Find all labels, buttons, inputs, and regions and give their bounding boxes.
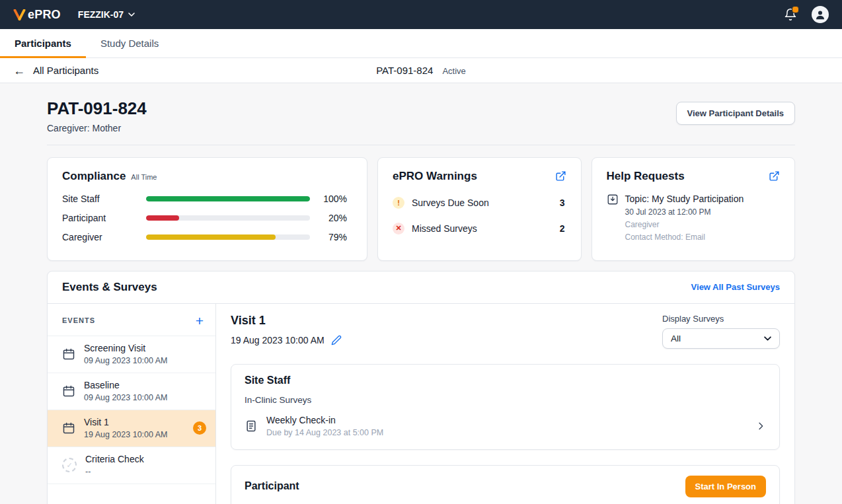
warnings-open-button[interactable] bbox=[555, 170, 566, 182]
study-selector[interactable]: FEZZIK-07 bbox=[78, 9, 135, 20]
error-icon: ✕ bbox=[393, 223, 404, 234]
progress-bar-participant bbox=[146, 215, 310, 221]
add-event-button[interactable]: + bbox=[196, 314, 204, 328]
back-button[interactable]: ← All Participants bbox=[13, 65, 98, 77]
help-request-item[interactable]: Topic: My Study Participation 30 Jul 202… bbox=[607, 194, 781, 242]
pencil-icon bbox=[331, 335, 342, 345]
help-request-texts: Topic: My Study Participation 30 Jul 202… bbox=[625, 194, 744, 242]
topic-icon bbox=[607, 194, 619, 205]
events-surveys-title: Events & Surveys bbox=[62, 281, 157, 294]
event-detail-header: Visit 1 19 Aug 2023 10:00 AM Display Sur… bbox=[231, 314, 780, 349]
page-header: PAT-091-824 Caregiver: Mother View Parti… bbox=[47, 99, 795, 133]
main-content: PAT-091-824 Caregiver: Mother View Parti… bbox=[0, 83, 842, 504]
warning-count: 2 bbox=[560, 223, 566, 234]
event-detail-panel: Visit 1 19 Aug 2023 10:00 AM Display Sur… bbox=[216, 304, 794, 504]
warning-item-due-soon: ! Surveys Due Soon 3 bbox=[393, 197, 566, 209]
tab-bar: Participants Study Details bbox=[0, 29, 842, 58]
compliance-period: All Time bbox=[131, 173, 157, 181]
calendar-icon bbox=[62, 384, 75, 398]
edit-event-button[interactable] bbox=[331, 335, 342, 345]
view-participant-details-button[interactable]: View Participant Details bbox=[676, 102, 795, 125]
event-detail-title: Visit 1 bbox=[231, 314, 342, 328]
progress-fill bbox=[146, 234, 276, 240]
help-requests-card: Help Requests Topic: My Study Participat… bbox=[592, 157, 796, 261]
help-timestamp: 30 Jul 2023 at 12:00 PM bbox=[625, 207, 744, 217]
event-detail-date-row: 19 Aug 2023 10:00 AM bbox=[231, 335, 342, 345]
event-detail-titles: Visit 1 19 Aug 2023 10:00 AM bbox=[231, 314, 342, 345]
compliance-row-value: 20% bbox=[310, 213, 347, 223]
event-datetime: 19 Aug 2023 10:00 AM bbox=[84, 430, 168, 439]
back-label: All Participants bbox=[33, 65, 98, 76]
warning-label: Surveys Due Soon bbox=[412, 198, 553, 208]
chevron-down-icon bbox=[764, 336, 771, 341]
events-list: EVENTS + Screening Visit 09 Aug 2023 10:… bbox=[48, 304, 216, 504]
survey-due: Due by 14 Aug 2023 at 5:00 PM bbox=[266, 428, 383, 437]
events-surveys-header: Events & Surveys View All Past Surveys bbox=[48, 271, 794, 304]
breadcrumb-bar: ← All Participants PAT-091-824 Active bbox=[0, 58, 842, 83]
event-name: Baseline bbox=[84, 380, 168, 390]
event-texts: Screening Visit 09 Aug 2023 10:00 AM bbox=[84, 343, 168, 365]
event-item-visit-1[interactable]: Visit 1 19 Aug 2023 10:00 AM 3 bbox=[48, 410, 215, 447]
header-divider bbox=[47, 145, 795, 145]
breadcrumb-participant: PAT-091-824 Active bbox=[376, 65, 466, 76]
compliance-row-label: Site Staff bbox=[62, 194, 146, 204]
event-texts: Visit 1 19 Aug 2023 10:00 AM bbox=[84, 417, 168, 439]
study-name: FEZZIK-07 bbox=[78, 9, 124, 20]
participant-id: PAT-091-824 bbox=[376, 65, 433, 76]
view-all-past-surveys-link[interactable]: View All Past Surveys bbox=[691, 282, 780, 292]
participant-title: Participant bbox=[245, 480, 299, 492]
start-in-person-button[interactable]: Start In Person bbox=[685, 476, 766, 497]
notifications-button[interactable] bbox=[784, 8, 797, 21]
site-staff-title: Site Staff bbox=[245, 375, 766, 386]
calendar-icon bbox=[62, 421, 75, 435]
event-texts: Criteria Check -- bbox=[85, 454, 144, 476]
check-circle-icon: ✓ bbox=[62, 458, 77, 472]
progress-bar-site-staff bbox=[146, 196, 310, 201]
compliance-row-site-staff: Site Staff 100% bbox=[62, 194, 347, 204]
logo-v-icon bbox=[13, 9, 26, 20]
events-surveys-body: EVENTS + Screening Visit 09 Aug 2023 10:… bbox=[48, 304, 794, 504]
progress-fill bbox=[146, 196, 310, 201]
event-item-baseline[interactable]: Baseline 09 Aug 2023 10:00 AM bbox=[48, 373, 215, 410]
back-arrow-icon: ← bbox=[13, 65, 25, 77]
compliance-title: Compliance bbox=[62, 170, 126, 183]
warnings-title-row: ePRO Warnings bbox=[393, 170, 566, 183]
epro-warnings-card: ePRO Warnings ! Surveys Due Soon 3 ✕ Mis… bbox=[377, 157, 582, 261]
participant-section: Participant Start In Person In-Clinic Su… bbox=[231, 465, 780, 504]
event-name: Screening Visit bbox=[84, 343, 168, 353]
event-datetime: 09 Aug 2023 10:00 AM bbox=[84, 356, 168, 365]
event-texts: Baseline 09 Aug 2023 10:00 AM bbox=[84, 380, 168, 402]
display-surveys-control: Display Surveys All bbox=[662, 314, 780, 349]
chevron-down-icon bbox=[128, 13, 135, 17]
events-list-header: EVENTS + bbox=[48, 304, 215, 336]
compliance-card: Compliance All Time Site Staff 100% Part… bbox=[47, 157, 367, 261]
tab-participants[interactable]: Participants bbox=[0, 29, 86, 57]
person-icon bbox=[814, 9, 826, 20]
progress-fill bbox=[146, 215, 179, 221]
participant-section-header: Participant Start In Person bbox=[245, 476, 766, 497]
survey-count-badge: 3 bbox=[193, 421, 206, 435]
compliance-row-value: 100% bbox=[310, 194, 347, 204]
help-topic: Topic: My Study Participation bbox=[625, 194, 744, 204]
event-name: Criteria Check bbox=[85, 454, 144, 464]
help-open-button[interactable] bbox=[769, 170, 780, 182]
survey-row-weekly-check-in[interactable]: Weekly Check-in Due by 14 Aug 2023 at 5:… bbox=[245, 415, 766, 437]
top-navigation-bar: ePRO FEZZIK-07 bbox=[0, 0, 842, 29]
site-staff-section: Site Staff In-Clinic Surveys Weekly Chec… bbox=[231, 364, 780, 450]
event-item-screening-visit[interactable]: Screening Visit 09 Aug 2023 10:00 AM bbox=[48, 336, 215, 373]
compliance-row-participant: Participant 20% bbox=[62, 213, 347, 223]
external-link-icon bbox=[769, 170, 780, 182]
calendar-icon bbox=[62, 347, 75, 361]
event-item-criteria-check[interactable]: ✓ Criteria Check -- bbox=[48, 447, 215, 484]
event-detail-datetime: 19 Aug 2023 10:00 AM bbox=[231, 335, 325, 345]
compliance-rows: Site Staff 100% Participant 20% Caregive… bbox=[62, 194, 347, 242]
compliance-row-value: 79% bbox=[310, 232, 347, 242]
warning-item-missed: ✕ Missed Surveys 2 bbox=[393, 223, 566, 234]
tab-study-details[interactable]: Study Details bbox=[86, 29, 173, 57]
display-surveys-select[interactable]: All bbox=[662, 328, 780, 349]
event-datetime: 09 Aug 2023 10:00 AM bbox=[84, 393, 168, 402]
notification-badge bbox=[792, 6, 799, 13]
user-avatar[interactable] bbox=[812, 6, 829, 23]
event-name: Visit 1 bbox=[84, 417, 168, 427]
help-contact-method: Contact Method: Email bbox=[625, 233, 744, 242]
